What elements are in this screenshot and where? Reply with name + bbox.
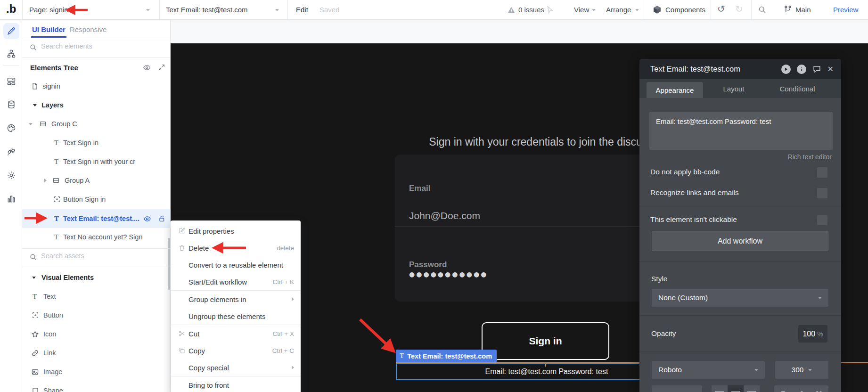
selected-element-tag[interactable]: T Text Email: test@test.com bbox=[396, 350, 497, 362]
menu-item-ungroup[interactable]: Ungroup these elements bbox=[171, 308, 301, 325]
arrange-menu[interactable]: Arrange bbox=[606, 6, 631, 14]
view-menu[interactable]: View bbox=[574, 6, 589, 14]
tree-row-text-subtitle[interactable]: T Text Sign in with your cr bbox=[22, 152, 171, 171]
ui-builder-panel: UI Builder Responsive Elements Tree sign… bbox=[22, 20, 171, 392]
bbcode-checkbox[interactable] bbox=[817, 167, 827, 178]
tab-conditional[interactable]: Conditional bbox=[767, 79, 828, 98]
menu-item-bring-to-front[interactable]: Bring to front bbox=[171, 376, 301, 392]
font-family-dropdown[interactable]: Roboto bbox=[652, 361, 765, 379]
tab-layout[interactable]: Layout bbox=[710, 79, 757, 98]
styles-palette-icon[interactable] bbox=[3, 120, 19, 136]
expand-tree-icon[interactable] bbox=[158, 64, 165, 71]
align-left-button[interactable] bbox=[712, 385, 728, 392]
asset-item-link[interactable]: Link bbox=[22, 343, 171, 362]
recognize-links-checkbox[interactable] bbox=[817, 188, 827, 198]
menu-item-copy-special[interactable]: Copy special bbox=[171, 359, 301, 376]
branch-name[interactable]: Main bbox=[795, 6, 811, 14]
opacity-input[interactable]: 100 % bbox=[798, 325, 827, 343]
property-editor-header[interactable]: Text Email: test@test.com ✕ bbox=[639, 59, 841, 79]
caret-down-icon[interactable] bbox=[29, 123, 33, 125]
tree-row-layers[interactable]: Layers bbox=[22, 96, 171, 114]
page-selector-caret-icon[interactable] bbox=[146, 9, 150, 11]
comment-icon[interactable] bbox=[812, 65, 821, 74]
style-dropdown[interactable]: None (Custom) bbox=[652, 289, 828, 307]
tree-label: Group A bbox=[65, 177, 90, 184]
menu-item-cut[interactable]: Cut Ctrl + X bbox=[171, 325, 301, 342]
canvas-email-value[interactable]: John@Doe.com bbox=[409, 210, 480, 221]
tab-responsive[interactable]: Responsive bbox=[70, 25, 106, 33]
tree-row-page[interactable]: signin bbox=[22, 77, 171, 96]
element-selector[interactable]: Text Email: test@test.com bbox=[166, 6, 248, 14]
asset-item-text[interactable]: T Text bbox=[22, 287, 171, 306]
info-icon[interactable] bbox=[797, 65, 806, 74]
align-right-button[interactable] bbox=[744, 385, 760, 392]
canvas-signin-button[interactable]: Sign in bbox=[482, 322, 609, 360]
pointer-tool-icon[interactable] bbox=[546, 5, 555, 14]
menu-item-group-elements[interactable]: Group elements in bbox=[171, 291, 301, 308]
search-assets-input[interactable] bbox=[41, 252, 135, 260]
tree-row-group-c[interactable]: Group C bbox=[22, 114, 171, 133]
underline-button[interactable]: U bbox=[816, 390, 821, 392]
canvas-password-value[interactable]: ●●●●●●●●●●● bbox=[409, 270, 488, 278]
close-icon[interactable]: ✕ bbox=[827, 65, 834, 74]
font-weight-dropdown[interactable]: 300 bbox=[775, 361, 828, 379]
arrange-caret-icon bbox=[635, 9, 639, 11]
bubble-logo[interactable]: .b bbox=[6, 2, 16, 16]
run-workflow-icon[interactable] bbox=[781, 65, 791, 74]
dropdown-caret-icon bbox=[754, 369, 758, 371]
rich-text-editor-link[interactable]: Rich text editor bbox=[788, 153, 832, 161]
menu-label: Edit properties bbox=[188, 227, 234, 235]
tab-appearance[interactable]: Appearance bbox=[647, 82, 703, 98]
tab-ui-builder[interactable]: UI Builder bbox=[32, 25, 66, 33]
plugins-plug-icon[interactable] bbox=[3, 144, 19, 160]
menu-item-edit-properties[interactable]: Edit properties bbox=[171, 222, 301, 239]
logs-chart-icon[interactable] bbox=[3, 191, 19, 207]
canvas-signin-button-label: Sign in bbox=[529, 335, 562, 347]
menu-item-convert-reusable[interactable]: Convert to a reusable element bbox=[171, 256, 301, 273]
asset-item-shape[interactable]: Shape bbox=[22, 381, 171, 392]
workflow-mode-icon[interactable] bbox=[3, 46, 19, 62]
menu-item-start-edit-workflow[interactable]: Start/Edit workflow Ctrl + K bbox=[171, 273, 301, 290]
visual-elements-section[interactable]: Visual Elements bbox=[22, 268, 171, 287]
visibility-eye-icon[interactable] bbox=[143, 215, 151, 223]
edit-menu[interactable]: Edit bbox=[296, 6, 308, 14]
bold-button[interactable]: B bbox=[781, 390, 786, 392]
asset-item-image[interactable]: Image bbox=[22, 362, 171, 381]
menu-item-copy[interactable]: Copy Ctrl + C bbox=[171, 342, 301, 359]
settings-gear-icon[interactable] bbox=[3, 167, 19, 183]
copy-icon bbox=[176, 347, 188, 354]
search-elements-input[interactable] bbox=[41, 42, 135, 50]
not-clickable-checkbox[interactable] bbox=[817, 215, 827, 225]
caret-down-icon[interactable] bbox=[33, 104, 37, 106]
menu-shortcut: Ctrl + K bbox=[273, 278, 294, 286]
add-workflow-button[interactable]: Add workflow bbox=[652, 231, 828, 251]
submenu-arrow-icon bbox=[292, 366, 294, 369]
menu-label: Start/Edit workflow bbox=[188, 278, 247, 286]
tree-row-group-a[interactable]: Group A bbox=[22, 171, 171, 190]
tree-row-text-no-account[interactable]: T Text No account yet? Sign bbox=[22, 228, 171, 246]
eye-icon[interactable] bbox=[143, 64, 151, 72]
database-icon[interactable] bbox=[3, 97, 19, 113]
preview-button[interactable]: Preview bbox=[833, 6, 858, 14]
undo-icon[interactable]: ↺ bbox=[717, 3, 725, 15]
asset-item-button[interactable]: Button bbox=[22, 306, 171, 325]
section-divider bbox=[639, 261, 841, 262]
tree-row-button-signin[interactable]: Button Sign in bbox=[22, 190, 171, 209]
design-mode-icon[interactable] bbox=[3, 23, 19, 39]
asset-item-icon[interactable]: Icon bbox=[22, 325, 171, 343]
link-icon bbox=[31, 349, 39, 357]
align-center-button[interactable] bbox=[728, 385, 744, 392]
italic-button[interactable]: I bbox=[800, 390, 802, 392]
view-caret-icon bbox=[592, 9, 596, 11]
text-content-editor[interactable]: Email: test@test.com Password: test bbox=[649, 112, 833, 150]
issues-count[interactable]: 0 issues bbox=[518, 6, 544, 14]
components-button[interactable]: Components bbox=[665, 6, 705, 14]
layout-panel-icon[interactable] bbox=[3, 73, 19, 89]
menu-shortcut: delete bbox=[277, 245, 294, 252]
tree-row-text-signin[interactable]: T Text Sign in bbox=[22, 133, 171, 152]
unlock-icon[interactable] bbox=[158, 215, 166, 222]
search-icon[interactable] bbox=[758, 5, 767, 14]
caret-right-icon[interactable] bbox=[44, 179, 47, 182]
font-size-dropdown[interactable]: 10 bbox=[652, 385, 702, 392]
element-selector-caret-icon[interactable] bbox=[275, 9, 279, 11]
